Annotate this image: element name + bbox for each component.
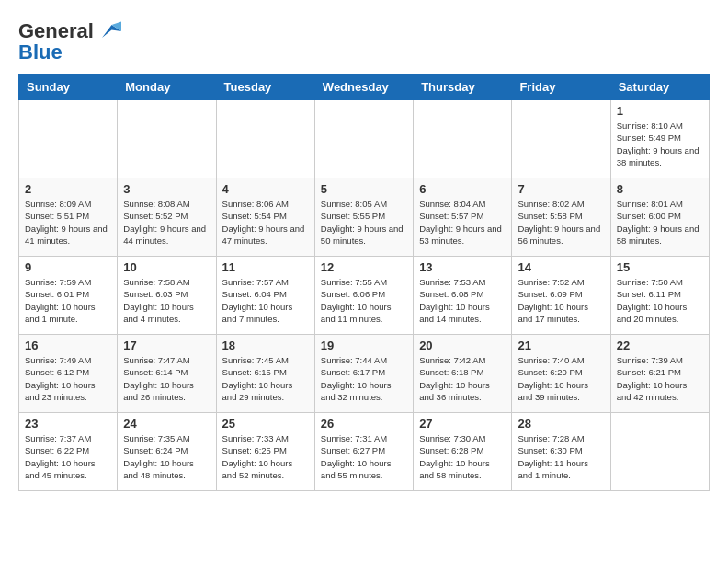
day-cell: 1Sunrise: 8:10 AM Sunset: 5:49 PM Daylig… <box>610 100 709 178</box>
day-cell <box>216 100 314 178</box>
day-cell: 8Sunrise: 8:01 AM Sunset: 6:00 PM Daylig… <box>610 178 709 257</box>
day-info: Sunrise: 7:53 AM Sunset: 6:08 PM Dayligh… <box>419 276 506 325</box>
day-number: 11 <box>222 260 309 274</box>
day-cell: 16Sunrise: 7:49 AM Sunset: 6:12 PM Dayli… <box>19 335 118 413</box>
day-info: Sunrise: 8:10 AM Sunset: 5:49 PM Dayligh… <box>617 120 703 168</box>
day-number: 3 <box>123 182 210 196</box>
day-cell <box>118 100 216 178</box>
day-number: 13 <box>419 260 506 274</box>
day-info: Sunrise: 7:35 AM Sunset: 6:24 PM Dayligh… <box>123 432 210 481</box>
day-info: Sunrise: 8:01 AM Sunset: 6:00 PM Dayligh… <box>617 198 703 247</box>
day-info: Sunrise: 7:59 AM Sunset: 6:01 PM Dayligh… <box>25 276 111 325</box>
day-number: 12 <box>321 260 407 274</box>
day-number: 25 <box>222 417 309 431</box>
day-cell: 15Sunrise: 7:50 AM Sunset: 6:11 PM Dayli… <box>610 257 709 335</box>
day-number: 1 <box>617 104 703 118</box>
day-info: Sunrise: 7:49 AM Sunset: 6:12 PM Dayligh… <box>25 354 111 403</box>
calendar-table: SundayMondayTuesdayWednesdayThursdayFrid… <box>18 74 710 491</box>
day-number: 8 <box>617 182 703 196</box>
day-info: Sunrise: 7:52 AM Sunset: 6:09 PM Dayligh… <box>518 276 604 325</box>
day-number: 26 <box>321 417 407 431</box>
day-info: Sunrise: 7:55 AM Sunset: 6:06 PM Dayligh… <box>321 276 407 325</box>
day-info: Sunrise: 7:39 AM Sunset: 6:21 PM Dayligh… <box>617 354 703 403</box>
day-number: 23 <box>25 417 111 431</box>
day-info: Sunrise: 8:06 AM Sunset: 5:54 PM Dayligh… <box>222 198 309 247</box>
day-info: Sunrise: 7:58 AM Sunset: 6:03 PM Dayligh… <box>123 276 210 325</box>
day-cell: 28Sunrise: 7:28 AM Sunset: 6:30 PM Dayli… <box>512 413 610 491</box>
day-cell: 24Sunrise: 7:35 AM Sunset: 6:24 PM Dayli… <box>118 413 216 491</box>
day-number: 15 <box>617 260 703 274</box>
weekday-header-tuesday: Tuesday <box>216 75 314 100</box>
day-cell: 17Sunrise: 7:47 AM Sunset: 6:14 PM Dayli… <box>118 335 216 413</box>
logo: General Blue <box>18 18 121 64</box>
day-info: Sunrise: 7:33 AM Sunset: 6:25 PM Dayligh… <box>222 432 309 481</box>
day-number: 20 <box>419 339 506 352</box>
day-number: 22 <box>617 339 703 352</box>
day-number: 14 <box>518 260 604 274</box>
day-cell: 10Sunrise: 7:58 AM Sunset: 6:03 PM Dayli… <box>118 257 216 335</box>
day-number: 28 <box>518 417 604 431</box>
day-number: 4 <box>222 182 309 196</box>
day-cell: 7Sunrise: 8:02 AM Sunset: 5:58 PM Daylig… <box>512 178 610 257</box>
day-cell: 21Sunrise: 7:40 AM Sunset: 6:20 PM Dayli… <box>512 335 610 413</box>
weekday-header-row: SundayMondayTuesdayWednesdayThursdayFrid… <box>19 75 710 100</box>
day-info: Sunrise: 7:45 AM Sunset: 6:15 PM Dayligh… <box>222 354 309 403</box>
day-info: Sunrise: 7:28 AM Sunset: 6:30 PM Dayligh… <box>518 432 604 481</box>
day-cell: 25Sunrise: 7:33 AM Sunset: 6:25 PM Dayli… <box>216 413 314 491</box>
week-row-1: 1Sunrise: 8:10 AM Sunset: 5:49 PM Daylig… <box>19 100 710 178</box>
weekday-header-sunday: Sunday <box>19 75 118 100</box>
day-info: Sunrise: 8:02 AM Sunset: 5:58 PM Dayligh… <box>518 198 604 247</box>
day-cell: 13Sunrise: 7:53 AM Sunset: 6:08 PM Dayli… <box>414 257 512 335</box>
day-cell: 2Sunrise: 8:09 AM Sunset: 5:51 PM Daylig… <box>19 178 118 257</box>
day-cell: 23Sunrise: 7:37 AM Sunset: 6:22 PM Dayli… <box>19 413 118 491</box>
day-number: 16 <box>25 339 111 352</box>
page-header: General Blue <box>18 18 710 64</box>
day-cell <box>512 100 610 178</box>
day-number: 24 <box>123 417 210 431</box>
day-cell: 9Sunrise: 7:59 AM Sunset: 6:01 PM Daylig… <box>19 257 118 335</box>
day-number: 21 <box>518 339 604 352</box>
day-cell <box>610 413 709 491</box>
day-cell: 5Sunrise: 8:05 AM Sunset: 5:55 PM Daylig… <box>314 178 413 257</box>
day-number: 5 <box>321 182 407 196</box>
day-number: 17 <box>123 339 210 352</box>
weekday-header-friday: Friday <box>512 75 610 100</box>
day-number: 10 <box>123 260 210 274</box>
day-info: Sunrise: 7:30 AM Sunset: 6:28 PM Dayligh… <box>419 432 506 481</box>
day-cell: 26Sunrise: 7:31 AM Sunset: 6:27 PM Dayli… <box>314 413 413 491</box>
week-row-3: 9Sunrise: 7:59 AM Sunset: 6:01 PM Daylig… <box>19 257 710 335</box>
day-info: Sunrise: 7:57 AM Sunset: 6:04 PM Dayligh… <box>222 276 309 325</box>
weekday-header-monday: Monday <box>118 75 216 100</box>
logo-bird-icon <box>96 18 121 44</box>
day-cell: 3Sunrise: 8:08 AM Sunset: 5:52 PM Daylig… <box>118 178 216 257</box>
day-info: Sunrise: 7:31 AM Sunset: 6:27 PM Dayligh… <box>321 432 407 481</box>
day-info: Sunrise: 8:04 AM Sunset: 5:57 PM Dayligh… <box>419 198 506 247</box>
day-cell: 18Sunrise: 7:45 AM Sunset: 6:15 PM Dayli… <box>216 335 314 413</box>
day-number: 9 <box>25 260 111 274</box>
day-cell: 19Sunrise: 7:44 AM Sunset: 6:17 PM Dayli… <box>314 335 413 413</box>
day-info: Sunrise: 7:42 AM Sunset: 6:18 PM Dayligh… <box>419 354 506 403</box>
week-row-4: 16Sunrise: 7:49 AM Sunset: 6:12 PM Dayli… <box>19 335 710 413</box>
day-cell: 12Sunrise: 7:55 AM Sunset: 6:06 PM Dayli… <box>314 257 413 335</box>
day-number: 2 <box>25 182 111 196</box>
day-cell: 11Sunrise: 7:57 AM Sunset: 6:04 PM Dayli… <box>216 257 314 335</box>
day-info: Sunrise: 8:05 AM Sunset: 5:55 PM Dayligh… <box>321 198 407 247</box>
day-cell <box>19 100 118 178</box>
day-info: Sunrise: 7:47 AM Sunset: 6:14 PM Dayligh… <box>123 354 210 403</box>
day-info: Sunrise: 7:40 AM Sunset: 6:20 PM Dayligh… <box>518 354 604 403</box>
weekday-header-thursday: Thursday <box>414 75 512 100</box>
day-cell: 4Sunrise: 8:06 AM Sunset: 5:54 PM Daylig… <box>216 178 314 257</box>
day-info: Sunrise: 8:09 AM Sunset: 5:51 PM Dayligh… <box>25 198 111 247</box>
day-info: Sunrise: 7:37 AM Sunset: 6:22 PM Dayligh… <box>25 432 111 481</box>
day-cell: 27Sunrise: 7:30 AM Sunset: 6:28 PM Dayli… <box>414 413 512 491</box>
day-number: 19 <box>321 339 407 352</box>
day-cell: 20Sunrise: 7:42 AM Sunset: 6:18 PM Dayli… <box>414 335 512 413</box>
day-cell: 14Sunrise: 7:52 AM Sunset: 6:09 PM Dayli… <box>512 257 610 335</box>
day-cell <box>314 100 413 178</box>
day-cell: 6Sunrise: 8:04 AM Sunset: 5:57 PM Daylig… <box>414 178 512 257</box>
day-number: 6 <box>419 182 506 196</box>
day-number: 7 <box>518 182 604 196</box>
day-cell: 22Sunrise: 7:39 AM Sunset: 6:21 PM Dayli… <box>610 335 709 413</box>
day-info: Sunrise: 7:50 AM Sunset: 6:11 PM Dayligh… <box>617 276 703 325</box>
day-number: 27 <box>419 417 506 431</box>
